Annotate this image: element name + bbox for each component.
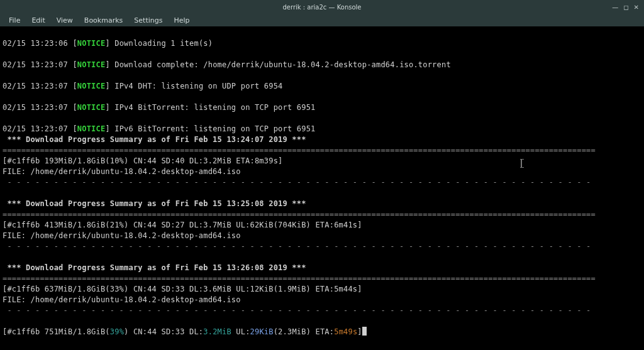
menu-bookmarks[interactable]: Bookmarks (79, 15, 128, 26)
text-cursor-icon (521, 159, 522, 168)
detail-line: [#c1ff6b 193MiB/1.8GiB(10%) CN:44 SD:40 … (3, 156, 282, 165)
detail-line: [#c1ff6b 413MiB/1.8GiB(21%) CN:44 SD:27 … (3, 221, 362, 229)
close-icon[interactable]: ✕ (634, 4, 639, 11)
titlebar: derrik : aria2c — Konsole — ◻ ✕ (0, 0, 644, 14)
divider-line: ========================================… (3, 146, 596, 155)
log-line: 02/15 13:23:07 [NOTICE] IPv4 BitTorrent:… (3, 103, 316, 112)
terminal-output[interactable]: 02/15 13:23:06 [NOTICE] Downloading 1 it… (0, 26, 644, 350)
summary-line: *** Download Progress Summary as of Fri … (3, 263, 311, 272)
log-line: 02/15 13:23:06 [NOTICE] Downloading 1 it… (3, 39, 213, 48)
menu-file[interactable]: File (4, 15, 25, 26)
log-line: 02/15 13:23:07 [NOTICE] IPv6 BitTorrent:… (3, 124, 316, 133)
window-title: derrik : aria2c — Konsole (0, 4, 644, 11)
menubar: File Edit View Bookmarks Settings Help (0, 14, 644, 26)
menu-view[interactable]: View (52, 15, 78, 26)
detail-line: [#c1ff6b 637MiB/1.8GiB(33%) CN:44 SD:33 … (3, 285, 362, 293)
detail-line: FILE: /home/derrik/ubuntu-18.04.2-deskto… (3, 167, 241, 176)
minimize-icon[interactable]: — (612, 4, 618, 11)
divider-line: - - - - - - - - - - - - - - - - - - - - … (3, 178, 591, 187)
window-controls: — ◻ ✕ (612, 4, 644, 11)
summary-line: *** Download Progress Summary as of Fri … (3, 199, 311, 208)
detail-line: FILE: /home/derrik/ubuntu-18.04.2-deskto… (3, 295, 241, 304)
summary-line: *** Download Progress Summary as of Fri … (3, 135, 311, 144)
divider-line: - - - - - - - - - - - - - - - - - - - - … (3, 242, 591, 251)
menu-help[interactable]: Help (169, 15, 194, 26)
divider-line: - - - - - - - - - - - - - - - - - - - - … (3, 306, 591, 315)
menu-settings[interactable]: Settings (129, 15, 167, 26)
log-line: 02/15 13:23:07 [NOTICE] Download complet… (3, 60, 451, 69)
cursor-icon (362, 327, 367, 336)
detail-line: FILE: /home/derrik/ubuntu-18.04.2-deskto… (3, 231, 241, 240)
menu-edit[interactable]: Edit (26, 15, 50, 26)
divider-line: ========================================… (3, 274, 596, 283)
log-line: 02/15 13:23:07 [NOTICE] IPv4 DHT: listen… (3, 82, 283, 90)
live-progress-line: [#c1ff6b 751MiB/1.8GiB(39%) CN:44 SD:33 … (3, 327, 367, 336)
maximize-icon[interactable]: ◻ (623, 4, 628, 11)
divider-line: ========================================… (3, 210, 596, 219)
